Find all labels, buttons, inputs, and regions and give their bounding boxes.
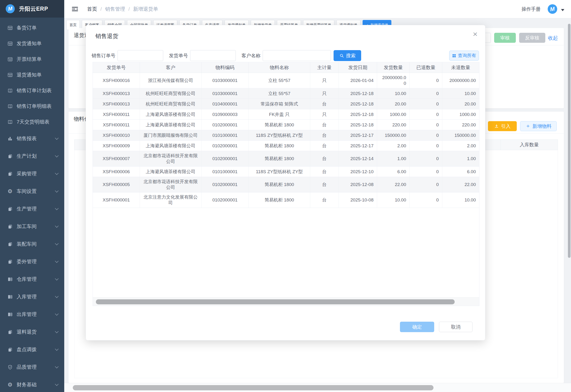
table-row[interactable]: XSFH000016 浙江裕兴传媒有限公司 0103000001 立柱 55*5…	[93, 73, 479, 88]
cell-material-name: 立柱 55*57	[249, 73, 310, 88]
query-all-button[interactable]: 查询所有	[449, 51, 479, 61]
cell-material-code: 0102000001	[201, 177, 249, 192]
sidebar-toggle-icon[interactable]	[71, 5, 78, 13]
page-horizontal-scrollbar-thumb[interactable]	[73, 385, 434, 390]
collapse-link[interactable]: 收起	[548, 35, 558, 41]
page-horizontal-scrollbar-track	[64, 383, 571, 392]
sidebar-item-label: 7天交货明细表	[17, 119, 49, 125]
sidebar-item[interactable]: ⚙ 车间设置	[0, 182, 64, 200]
sidebar-item[interactable]: 加工车间	[0, 218, 64, 235]
cell-pending-qty: 20000000.00	[442, 73, 479, 88]
chevron-down-icon	[55, 330, 59, 333]
table-row[interactable]: XSFH000013 杭州旺旺旺商贸有限公司 0103000001 立柱 55*…	[93, 88, 479, 99]
cell-ship-date: 2025-12-17	[339, 141, 377, 151]
cell-pending-qty: 10.00	[442, 88, 479, 98]
ship-no-input[interactable]	[190, 50, 236, 61]
cell-returned-qty: 0	[410, 192, 442, 208]
cell-ship-qty: 2.00	[377, 141, 410, 151]
sidebar-item[interactable]: 发货通知单	[0, 36, 64, 51]
customer-name-input[interactable]	[263, 50, 331, 61]
table-row[interactable]: XSFH000013 杭州旺旺旺商贸有限公司 0104000001 常温保存箱 …	[93, 99, 479, 109]
cell-ship-qty: 6.00	[377, 167, 410, 177]
close-icon[interactable]: ×	[471, 28, 479, 40]
warehouse-icon	[7, 311, 13, 317]
sidebar-item[interactable]: 装配车间	[0, 235, 64, 253]
sidebar-item[interactable]: 销售订单明细表	[0, 98, 64, 114]
sidebar-item-label: 装配车间	[17, 241, 37, 247]
search-button[interactable]: 搜索	[333, 50, 361, 61]
sidebar-item[interactable]: 生产管理	[0, 200, 64, 218]
cell-pending-qty: 2.00	[442, 141, 479, 151]
sidebar-item[interactable]: 开票结算单	[0, 51, 64, 67]
sidebar-item-label: 采购管理	[17, 170, 37, 177]
sales-order-no-input[interactable]	[118, 50, 163, 61]
table-row[interactable]: XSFH000011 上海避风塘茶楼有限公司 0102000001 简易机柜 1…	[93, 120, 479, 130]
cell-material-name: 立柱 55*57	[249, 88, 310, 98]
cell-returned-qty: 0	[410, 88, 442, 98]
cancel-button[interactable]: 取消	[439, 322, 472, 332]
cell-ship-date: 2025-12-18	[339, 120, 377, 130]
sidebar-item[interactable]: 退货通知单	[0, 67, 64, 83]
cell-ship-no: XSFH000006	[93, 167, 140, 177]
import-button[interactable]: 引入	[488, 121, 517, 131]
table-row[interactable]: XSFH000005 北京都市花语科技开发有限公司 0102000001 简易机…	[93, 177, 479, 192]
add-material-button[interactable]: ＋ 新增物料	[520, 121, 557, 131]
unaudit-button[interactable]: 反审核	[519, 33, 545, 43]
sidebar-item[interactable]: ⚙ 财务基础	[0, 376, 64, 392]
breadcrumb-sales[interactable]: 销售管理	[105, 6, 125, 12]
sidebar-item[interactable]: 盘点调拨	[0, 341, 64, 358]
confirm-button[interactable]: 确定	[400, 322, 434, 332]
sidebar-item[interactable]: 退料退货	[0, 323, 64, 341]
table-row[interactable]: XSFH000001 北京注意力文化发展有限公司 0102000001 简易机柜…	[93, 192, 479, 208]
chevron-down-icon	[55, 365, 59, 368]
sidebar-item[interactable]: 7天交货明细表	[0, 114, 64, 130]
sidebar-item[interactable]: 仓库管理	[0, 270, 64, 288]
inqty-column-header: 入库数量	[501, 140, 558, 150]
audit-button[interactable]: 审核	[494, 33, 516, 43]
cell-material-code: 0102000001	[201, 192, 249, 208]
sidebar-item[interactable]: 品质管理	[0, 358, 64, 376]
table-row[interactable]: XSFH000007 北京都市花语科技开发有限公司 0102000001 简易机…	[93, 151, 479, 167]
sidebar-item-label: 销售报表	[17, 135, 37, 142]
sidebar-item[interactable]: 委外管理	[0, 253, 64, 270]
table-row[interactable]: XSFH000006 上海避风塘茶楼有限公司 0101000001 118S Z…	[93, 167, 479, 177]
book-icon	[7, 119, 13, 125]
cell-pending-qty: 6.00	[442, 167, 479, 177]
avatar[interactable]: M	[548, 4, 557, 14]
cell-returned-qty: 0	[410, 120, 442, 130]
table-horizontal-scrollbar-track	[93, 297, 479, 306]
warehouse-icon	[7, 294, 13, 300]
brand-logo-icon: M	[6, 4, 15, 13]
sidebar-item[interactable]: 采购管理	[0, 165, 64, 182]
table-row[interactable]: XSFH000010 厦门市黑眼睛服饰有限公司 0101000001 118S …	[93, 130, 479, 141]
vertical-scrollbar[interactable]	[568, 24, 571, 258]
table-row[interactable]: XSFH000009 上海避风塘茶楼有限公司 0102000001 简易机柜 1…	[93, 141, 479, 151]
sidebar-item[interactable]: 备货订单	[0, 20, 64, 36]
copy-doc-icon	[7, 153, 13, 159]
cell-material-name: 常温保存箱 矩阵式	[249, 99, 310, 109]
cell-returned-qty: 0	[410, 99, 442, 109]
warehouse-icon	[7, 276, 13, 282]
cell-unit: 台	[310, 120, 339, 130]
sidebar-item[interactable]: 出库管理	[0, 306, 64, 323]
sidebar-item[interactable]: 销售订单计划表	[0, 83, 64, 98]
cell-customer: 浙江裕兴传媒有限公司	[140, 73, 201, 88]
cell-unit: 台	[310, 130, 339, 140]
sidebar-item[interactable]: 入库管理	[0, 288, 64, 306]
cell-unit: 只	[310, 109, 339, 120]
sidebar-item[interactable]: 生产计划	[0, 147, 64, 165]
cell-ship-date: 2025-12-18	[339, 88, 377, 98]
cell-ship-no: XSFH000011	[93, 109, 140, 120]
sidebar-item-label: 退货通知单	[17, 71, 42, 78]
cell-unit: 台	[310, 151, 339, 166]
table-horizontal-scrollbar-thumb[interactable]	[96, 299, 455, 304]
table-row[interactable]: XSFH000011 上海避风塘茶楼有限公司 0109000003 FK井盖 只…	[93, 109, 479, 120]
user-menu-caret-icon[interactable]	[561, 9, 564, 11]
erp-app: M 升阳云ERP 备货订单 发货通知单 开票结算单 退货通知单	[0, 0, 571, 392]
manual-link[interactable]: 操作手册	[522, 6, 541, 12]
book-icon	[7, 103, 13, 109]
sidebar-item[interactable]: 销售报表	[0, 130, 64, 147]
cell-returned-qty: 0	[410, 109, 442, 120]
breadcrumb-home[interactable]: 首页	[87, 6, 97, 12]
chevron-down-icon	[55, 294, 59, 298]
